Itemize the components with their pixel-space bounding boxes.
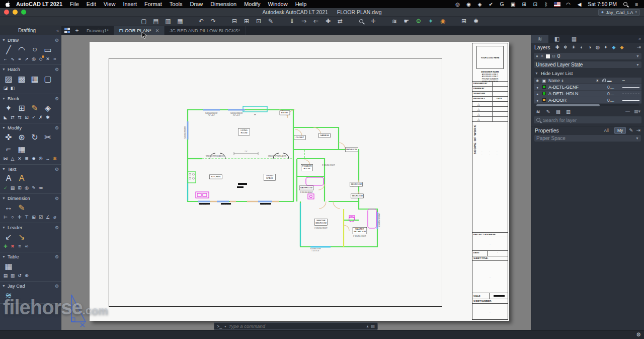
- file-tab-drawing1-[interactable]: Drawing1*: [82, 26, 114, 35]
- airplay-icon[interactable]: ⊡: [532, 1, 538, 8]
- data-link-tool[interactable]: ▤: [2, 272, 9, 279]
- tolerance-tool[interactable]: ⊤: [23, 214, 30, 221]
- compare-button[interactable]: ⇄: [336, 17, 344, 25]
- scale-tool[interactable]: △: [9, 155, 16, 162]
- undo-button[interactable]: ↶: [197, 17, 205, 25]
- room-label-master-bathroom[interactable]: MASTERBATHROOM: [353, 227, 367, 234]
- room-label-living-room[interactable]: LIVINGROOM: [238, 128, 250, 135]
- room-label-bedroom[interactable]: BEDROOM: [345, 148, 358, 152]
- share-button[interactable]: ✦: [427, 17, 435, 25]
- palette-section-header[interactable]: ▼Table⚙: [2, 253, 59, 260]
- layer-walk-icon[interactable]: ✦: [603, 44, 609, 50]
- hatch-edit-tool[interactable]: ◪: [2, 85, 9, 92]
- offset-tool[interactable]: ≣: [23, 155, 30, 162]
- gear-icon[interactable]: ⚙: [55, 284, 59, 289]
- gear-icon[interactable]: ⚙: [55, 125, 59, 130]
- spotlight-icon[interactable]: [622, 1, 628, 8]
- edit-dimension-tool[interactable]: ✎: [15, 201, 28, 214]
- panel-slideout-icon[interactable]: ⇥: [637, 44, 641, 50]
- edit-block-tool[interactable]: ✎: [28, 102, 41, 114]
- save-as-button[interactable]: ▦: [176, 17, 184, 25]
- table-tool[interactable]: ▦: [2, 260, 15, 272]
- gear-icon[interactable]: ⚙: [55, 196, 59, 201]
- command-history-icon[interactable]: ▤: [371, 324, 375, 328]
- room-label-entry[interactable]: ENTRY: [280, 111, 290, 115]
- baseline-dimension-tool[interactable]: ⊢: [2, 214, 9, 221]
- layer-row-a-detl-genf[interactable]: ●A-DETL-GENF0....: [534, 84, 641, 91]
- palette-collapse-icon[interactable]: «: [56, 28, 59, 33]
- batch-plot-button[interactable]: ⊞: [243, 17, 251, 25]
- menu-format[interactable]: Format: [144, 1, 162, 7]
- properties-filter-all[interactable]: All: [601, 127, 611, 133]
- save-button[interactable]: ▥: [164, 17, 172, 25]
- menu-app-name[interactable]: AutoCAD LT 2021: [16, 1, 62, 7]
- edit-leader-tool[interactable]: ↘: [15, 231, 28, 243]
- menu-tools[interactable]: Tools: [170, 1, 183, 7]
- match-properties-tool[interactable]: ✇: [37, 155, 44, 162]
- trim-tool[interactable]: ✂: [41, 131, 54, 143]
- command-line[interactable]: >_ ▾ ▴ ▤: [214, 322, 378, 330]
- layer-search[interactable]: [534, 116, 641, 123]
- menu-dimension[interactable]: Dimension: [210, 1, 236, 7]
- menu-edit[interactable]: Edit: [87, 1, 96, 7]
- layer-row-a-door[interactable]: ●A-DOOR0....: [534, 97, 641, 104]
- hatch-tool[interactable]: ▨: [2, 73, 15, 85]
- pan-button[interactable]: ✛: [369, 17, 377, 25]
- gear-icon[interactable]: ⚙: [55, 254, 59, 259]
- wifi-icon[interactable]: ◠: [565, 1, 572, 8]
- us-flag-icon[interactable]: [554, 1, 560, 8]
- multiline-tool[interactable]: ≡: [16, 55, 23, 62]
- group-filter-icon[interactable]: ▤: [555, 108, 561, 115]
- layer-color-swatch[interactable]: [541, 85, 547, 90]
- array-tool[interactable]: ▦: [15, 143, 28, 155]
- export-dwf-button[interactable]: ⇒: [300, 17, 308, 25]
- linear-dimension-tool[interactable]: ↔: [2, 201, 15, 214]
- new-drawing-button[interactable]: ▢: [140, 17, 148, 25]
- layer-visibility-icon[interactable]: ●: [534, 86, 541, 89]
- dimension-check-tool[interactable]: ☑: [37, 214, 44, 221]
- menu-file[interactable]: File: [70, 1, 79, 7]
- quick-calc-button[interactable]: ⊞: [460, 17, 468, 25]
- multileader-tool[interactable]: ↙: [2, 231, 15, 243]
- ray-tool[interactable]: ↗: [23, 55, 30, 62]
- polygon-tool[interactable]: ◇: [37, 55, 44, 62]
- system-variables-button[interactable]: ✱: [472, 17, 480, 25]
- layer-row-a-detl-hdln[interactable]: ●A-DETL-HDLN0....: [534, 91, 641, 97]
- gear-icon[interactable]: ⚙: [55, 167, 59, 172]
- logitech-icon[interactable]: G: [499, 1, 505, 8]
- convert-block-tool[interactable]: ✱: [44, 114, 51, 121]
- columns-menu-icon[interactable]: ▦▾: [634, 109, 640, 114]
- open-button[interactable]: ▤: [152, 17, 160, 25]
- quick-select-button[interactable]: ☛: [403, 17, 411, 25]
- options-button[interactable]: ⚙: [415, 17, 423, 25]
- define-attribute-tool[interactable]: ⊡: [23, 114, 30, 121]
- update-table-tool[interactable]: ↺: [16, 272, 23, 279]
- floor-plan-drawing[interactable]: SLIDING WINDOW7'-0" x 4'-0"SLIDING WINDO…: [184, 103, 385, 252]
- properties-filter-my[interactable]: My: [614, 127, 626, 134]
- collapse-table-icon[interactable]: —: [625, 109, 630, 114]
- room-label-powder-room[interactable]: POWDERROOM: [301, 164, 313, 171]
- sync-attributes-tool[interactable]: ✓: [30, 114, 37, 121]
- antivirus-shield-icon[interactable]: ✔: [488, 1, 494, 8]
- edit-text-tool[interactable]: A: [15, 172, 28, 184]
- layer-on-icon[interactable]: ☀: [571, 44, 577, 50]
- rotate-tool[interactable]: ↻: [28, 131, 41, 143]
- layer-state-dropdown[interactable]: Unsaved Layer State ▼: [534, 61, 641, 68]
- layer-settings-icon[interactable]: ✎: [545, 108, 551, 115]
- attach-reference-button[interactable]: ✚: [324, 17, 332, 25]
- layer-unisolate-icon[interactable]: ◑: [587, 44, 593, 50]
- drawing-canvas[interactable]: SLIDING WINDOW7'-0" x 4'-0"SLIDING WINDO…: [61, 35, 531, 330]
- close-icon[interactable]: ✕: [155, 28, 159, 33]
- dropbox-icon[interactable]: ◈: [476, 1, 483, 8]
- new-drawing-tab-button[interactable]: +: [72, 26, 82, 35]
- layer-color-swatch[interactable]: [541, 91, 547, 96]
- screen-record-icon[interactable]: ◎: [454, 1, 461, 8]
- panel-slideout-icon[interactable]: ⇥: [636, 127, 640, 133]
- zoom-window-button[interactable]: [357, 17, 365, 25]
- layer-unlock-icon[interactable]: ◆: [619, 44, 625, 50]
- copy-tool[interactable]: ⊛: [15, 131, 28, 143]
- palette-section-header[interactable]: ▼Text⚙: [2, 166, 59, 172]
- layer-states-icon[interactable]: ≋: [535, 108, 541, 115]
- line-tool[interactable]: ╱: [2, 43, 15, 55]
- new-layer-icon[interactable]: ✚: [554, 44, 561, 50]
